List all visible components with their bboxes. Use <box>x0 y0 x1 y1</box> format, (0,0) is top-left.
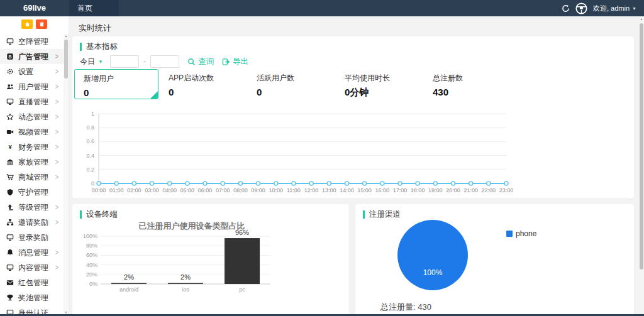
sidebar-item-invite-reward[interactable]: 邀请奖励> <box>0 215 64 230</box>
sidebar-item-airdrop[interactable]: 空降管理 <box>0 34 64 49</box>
sidebar-item-settings[interactable]: 设置> <box>0 64 64 79</box>
basic-metrics-title: 基本指标 <box>80 43 118 51</box>
chevron-right-icon: > <box>55 112 58 121</box>
hourly-line-chart: 00.20.40.60.8100:0001:0002:0003:0004:000… <box>72 107 634 199</box>
gear-icon <box>6 68 14 75</box>
channel-pie-chart: 100% <box>355 220 634 308</box>
stat-card-new-users[interactable]: 新增用户 0 <box>74 69 158 99</box>
stat-card-active-users[interactable]: 活跃用户数 0 <box>257 73 338 97</box>
svg-text:ios: ios <box>182 286 189 293</box>
chevron-right-icon: > <box>55 97 58 106</box>
sidebar: 空降管理 广告管理> 设置> 用户管理> 直播管理> 动态管理> 视频管理> 财… <box>0 16 69 316</box>
sidebar-item-moments[interactable]: 动态管理> <box>0 109 64 124</box>
yen-icon <box>6 143 14 151</box>
caret-down-icon: ▼ <box>632 6 636 11</box>
chevron-right-icon: > <box>55 128 58 136</box>
envelope-icon <box>6 279 14 286</box>
level-up-icon <box>6 204 14 211</box>
shield-icon <box>6 188 14 196</box>
svg-text:80%: 80% <box>86 242 97 249</box>
sidebar-item-finance[interactable]: 财务管理> <box>0 139 64 155</box>
sidebar-item-video[interactable]: 视频管理> <box>0 124 64 139</box>
svg-text:23:00: 23:00 <box>499 187 514 193</box>
svg-text:20:00: 20:00 <box>446 187 460 193</box>
tab-home[interactable]: 首页 <box>69 0 119 16</box>
sidebar-item-family[interactable]: 家族管理> <box>0 155 64 170</box>
stat-card-total-registered[interactable]: 总注册数 430 <box>433 73 514 97</box>
users-icon <box>6 83 14 90</box>
sidebar-menu: 空降管理 广告管理> 设置> 用户管理> 直播管理> 动态管理> 视频管理> 财… <box>0 34 64 316</box>
svg-text:14:00: 14:00 <box>340 187 354 193</box>
sidebar-item-prizepool[interactable]: 奖池管理 <box>0 290 64 305</box>
page-scrollbar[interactable]: ▲ <box>639 16 644 316</box>
app-logo: 69live <box>0 0 69 16</box>
export-icon <box>222 58 230 66</box>
sidebar-item-content[interactable]: 内容管理> <box>0 260 64 275</box>
stat-card-app-launches[interactable]: APP启动次数 0 <box>169 73 250 97</box>
svg-text:02:00: 02:00 <box>127 187 142 193</box>
page-scroll-thumb[interactable] <box>640 23 643 270</box>
date-range-select[interactable]: 今日 ▼ <box>80 57 106 67</box>
svg-text:18:00: 18:00 <box>411 187 425 193</box>
scroll-up-icon[interactable]: ▲ <box>64 34 69 38</box>
star-icon <box>6 113 14 121</box>
search-button[interactable]: 查询 <box>187 57 214 67</box>
export-button[interactable]: 导出 <box>222 57 248 67</box>
home-icon <box>25 21 30 27</box>
sidebar-item-mall[interactable]: 商城管理> <box>0 170 64 185</box>
trash-button[interactable] <box>36 19 47 29</box>
register-channel-card: 注册渠道 100% phone 总注册量: 430 <box>355 204 634 316</box>
refresh-icon[interactable] <box>562 4 570 13</box>
svg-text:12:00: 12:00 <box>304 187 319 193</box>
chevron-right-icon: > <box>55 218 58 227</box>
device-bar-chart: 0%20%40%60%80%100%2%android2%ios96%pc <box>72 229 349 316</box>
sidebar-item-redpacket[interactable]: 红包管理 <box>0 275 64 290</box>
sidebar-item-users[interactable]: 用户管理> <box>0 79 64 94</box>
svg-text:11:00: 11:00 <box>287 187 301 193</box>
total-registered-line: 总注册量: 430 <box>380 302 431 313</box>
cart-icon <box>6 173 14 181</box>
register-channel-title: 注册渠道 <box>363 210 401 219</box>
home-button[interactable] <box>21 19 33 29</box>
svg-text:40%: 40% <box>86 262 97 268</box>
svg-text:00:00: 00:00 <box>92 187 106 193</box>
page-title: 实时统计 <box>79 23 111 34</box>
svg-text:1: 1 <box>91 111 94 117</box>
filter-row: 今日 ▼ - 查询 导出 <box>80 55 248 68</box>
sidebar-item-ads[interactable]: 广告管理> <box>0 49 64 64</box>
svg-text:0.6: 0.6 <box>86 138 94 144</box>
svg-text:0%: 0% <box>89 281 97 287</box>
avatar[interactable] <box>575 3 587 14</box>
svg-text:100%: 100% <box>423 268 443 277</box>
legend-swatch <box>506 231 513 237</box>
sitemap-icon <box>6 219 14 226</box>
sidebar-scroll-thumb[interactable] <box>64 40 68 79</box>
sidebar-item-message[interactable]: 消息管理> <box>0 245 64 260</box>
svg-text:0: 0 <box>91 180 94 187</box>
date-to-input[interactable] <box>150 55 179 68</box>
sidebar-item-live[interactable]: 直播管理> <box>0 94 64 109</box>
date-from-input[interactable] <box>110 55 139 68</box>
sidebar-item-guard[interactable]: 守护管理 <box>0 185 64 200</box>
svg-text:15:00: 15:00 <box>357 187 372 193</box>
caret-down-icon: ▼ <box>98 59 103 65</box>
ad-icon <box>6 53 14 60</box>
svg-text:05:00: 05:00 <box>180 187 195 193</box>
sidebar-item-level[interactable]: 等级管理> <box>0 200 64 215</box>
svg-text:07:00: 07:00 <box>216 187 230 193</box>
sidebar-scrollbar[interactable]: ▲ ▼ <box>64 34 69 314</box>
svg-text:09:00: 09:00 <box>251 187 265 193</box>
chevron-right-icon: > <box>55 173 58 182</box>
sidebar-item-login-reward[interactable]: 登录奖励 <box>0 230 64 245</box>
monitor-icon <box>6 98 14 106</box>
video-camera-icon <box>6 128 14 136</box>
topbar: 69live 首页 欢迎, admin ▼ <box>0 0 644 16</box>
bank-icon <box>6 158 14 166</box>
svg-text:16:00: 16:00 <box>375 187 390 193</box>
scroll-up-icon[interactable]: ▲ <box>639 17 644 21</box>
svg-text:04:00: 04:00 <box>162 187 177 193</box>
stat-card-avg-usage[interactable]: 平均使用时长 0分钟 <box>345 73 426 99</box>
user-menu[interactable]: 欢迎, admin ▼ <box>593 4 636 13</box>
legend-item-phone[interactable]: phone <box>506 229 536 238</box>
svg-text:20%: 20% <box>86 271 97 278</box>
